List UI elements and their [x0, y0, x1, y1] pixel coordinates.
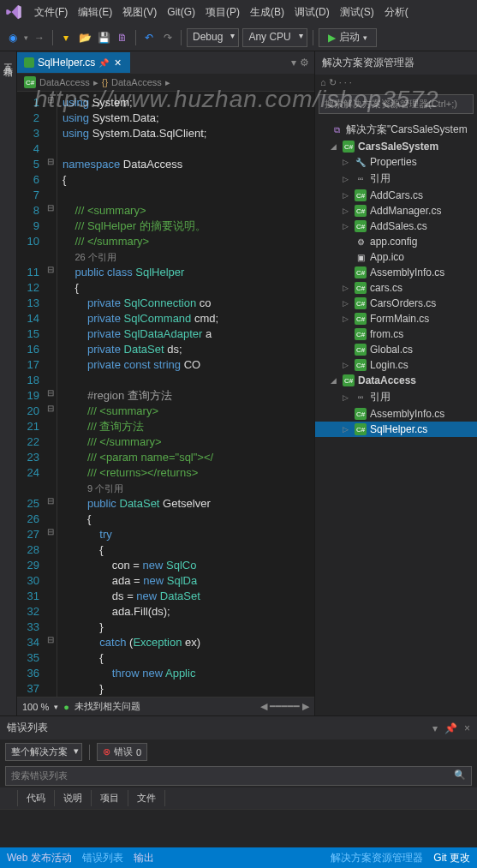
tree-node[interactable]: ▣App.ico — [315, 249, 477, 265]
line-gutter: 1234567891011121314151617181920212223242… — [17, 92, 45, 697]
error-search[interactable]: 搜索错误列表 🔍 — [5, 766, 472, 786]
tree-node[interactable]: C#from.cs — [315, 326, 477, 342]
start-debug-button[interactable]: ▶ 启动 ▾ — [319, 28, 377, 47]
dropdown-icon[interactable]: ▾ — [432, 722, 438, 734]
statusbar-tab[interactable]: 输出 — [134, 851, 154, 865]
nav-fwd-button[interactable]: → — [32, 30, 47, 45]
new-button[interactable]: ▾ — [58, 30, 74, 45]
file-tab[interactable]: SqlHelper.cs 📌 × — [17, 52, 130, 73]
toolbar: ◉▾ → ▾ 📂 💾 🗎 ↶ ↷ Debug Any CPU ▶ 启动 ▾ — [0, 24, 477, 51]
code-editor[interactable]: 1234567891011121314151617181920212223242… — [17, 92, 314, 697]
error-x-icon: ⊗ — [103, 746, 110, 757]
editor-area: SqlHelper.cs 📌 × ▾ ⚙ C# DataAccess ▸ {} … — [17, 51, 314, 715]
search-icon: 🔍 — [454, 769, 466, 782]
tree-node[interactable]: ▷C#Login.cs — [315, 357, 477, 373]
menu-debug[interactable]: 调试(D) — [289, 3, 335, 22]
csharp-icon: C# — [24, 76, 36, 88]
statusbar: Web 发布活动错误列表输出 解决方案资源管理器Git 更改 — [0, 847, 477, 868]
error-scope-dropdown[interactable]: 整个解决方案 — [5, 743, 82, 761]
play-icon: ▶ — [328, 32, 336, 44]
menu-edit[interactable]: 编辑(E) — [73, 3, 117, 22]
gear-icon[interactable]: ⚙ — [300, 57, 309, 69]
error-list-panel: 错误列表 ▾ 📌 × 整个解决方案 ⊗ 错误 0 搜索错误列表 🔍 代码说明项目… — [0, 715, 477, 859]
editor-breadcrumb[interactable]: C# DataAccess ▸ {} DataAccess ▸ — [17, 74, 314, 92]
menu-build[interactable]: 生成(B) — [245, 3, 289, 22]
close-icon[interactable]: × — [464, 722, 470, 734]
tree-node[interactable]: ⧉解决方案"CarsSaleSystem — [315, 121, 477, 139]
menu-git[interactable]: Git(G) — [162, 3, 200, 21]
tree-node[interactable]: ▷C#cars.cs — [315, 280, 477, 296]
pin-icon[interactable]: 📌 — [444, 722, 457, 734]
statusbar-tab[interactable]: Web 发布活动 — [7, 851, 72, 865]
errors-filter[interactable]: ⊗ 错误 0 — [97, 743, 147, 761]
tree-node[interactable]: ◢C#DataAccess — [315, 373, 477, 388]
solution-tree[interactable]: ⧉解决方案"CarsSaleSystem◢C#CarsSaleSystem▷🔧P… — [315, 117, 477, 715]
explorer-toolbar: ⌂ ↻ ··· — [315, 75, 477, 91]
menu-file[interactable]: 文件(F) — [29, 3, 73, 22]
tree-node[interactable]: ▷C#AddManager.cs — [315, 203, 477, 218]
check-icon: ● — [63, 702, 69, 712]
explorer-search[interactable]: 搜索解决方案资源管理器(Ctrl+;) — [319, 94, 474, 114]
breadcrumb-ns: DataAccess — [39, 77, 90, 87]
save-all-button[interactable]: 🗎 — [115, 30, 130, 45]
statusbar-tab[interactable]: Git 更改 — [433, 851, 470, 865]
menu-project[interactable]: 项目(P) — [200, 3, 245, 22]
platform-dropdown[interactable]: Any CPU — [242, 28, 307, 47]
document-tabs: SqlHelper.cs 📌 × ▾ ⚙ — [17, 51, 314, 74]
solution-explorer: 解决方案资源管理器 ⌂ ↻ ··· 搜索解决方案资源管理器(Ctrl+;) ⧉解… — [314, 51, 477, 715]
config-dropdown[interactable]: Debug — [187, 28, 239, 47]
open-button[interactable]: 📂 — [77, 30, 92, 45]
tree-node[interactable]: ◢C#CarsSaleSystem — [315, 139, 477, 154]
csharp-file-icon — [24, 57, 34, 68]
left-sidebar: 工具箱 — [0, 51, 17, 715]
statusbar-tab[interactable]: 解决方案资源管理器 — [331, 851, 423, 865]
tree-node[interactable]: ▷C#AddSales.cs — [315, 218, 477, 234]
tab-overflow-icon[interactable]: ▾ — [291, 57, 296, 69]
errors-label: 错误 — [114, 745, 133, 758]
pin-icon[interactable]: 📌 — [98, 58, 109, 68]
undo-button[interactable]: ↶ — [141, 30, 157, 45]
tree-node[interactable]: C#Global.cs — [315, 342, 477, 357]
tree-node[interactable]: C#AssemblyInfo.cs — [315, 265, 477, 280]
start-label: 启动 — [339, 30, 360, 45]
fold-column[interactable]: ⊟⊟⊟⊟⊟⊟⊟⊟⊟ — [45, 92, 57, 697]
tab-filename: SqlHelper.cs — [38, 57, 95, 69]
refresh-icon[interactable]: ↻ — [329, 77, 337, 88]
save-button[interactable]: 💾 — [96, 30, 111, 45]
issues-label: 未找到相关问题 — [75, 700, 140, 713]
tree-node[interactable]: ▷▫▫引用 — [315, 170, 477, 188]
error-columns: 代码说明项目文件 — [0, 787, 477, 810]
tree-node[interactable]: ▷C#AddCars.cs — [315, 188, 477, 203]
statusbar-tab[interactable]: 错误列表 — [82, 851, 123, 865]
close-tab-button[interactable]: × — [112, 56, 122, 69]
error-list-title: 错误列表 — [7, 721, 48, 735]
tree-node[interactable]: ▷🔧Properties — [315, 154, 477, 170]
home-icon[interactable]: ⌂ — [320, 77, 326, 88]
tree-node[interactable]: ⚙app.config — [315, 234, 477, 249]
tree-node[interactable]: ▷C#CarsOrders.cs — [315, 296, 477, 311]
tree-node[interactable]: ▷C#FormMain.cs — [315, 311, 477, 326]
menu-analyze[interactable]: 分析( — [379, 3, 414, 22]
tree-node[interactable]: ▷▫▫引用 — [315, 388, 477, 406]
menubar: 文件(F) 编辑(E) 视图(V) Git(G) 项目(P) 生成(B) 调试(… — [0, 0, 477, 24]
zoom-level[interactable]: 100 % — [22, 702, 49, 712]
breadcrumb-class: DataAccess — [111, 77, 162, 87]
explorer-title: 解决方案资源管理器 — [315, 51, 477, 75]
editor-statusbar: 100 % ▾ ● 未找到相关问题 ◀ ━━━━━ ▶ — [17, 697, 314, 715]
errors-count: 0 — [136, 747, 141, 757]
tree-node[interactable]: C#AssemblyInfo.cs — [315, 406, 477, 422]
tree-node[interactable]: ▷C#SqlHelper.cs — [315, 422, 477, 437]
menu-test[interactable]: 测试(S) — [335, 3, 379, 22]
menu-view[interactable]: 视图(V) — [117, 3, 162, 22]
toolbox-tab[interactable]: 工具箱 — [0, 51, 16, 67]
visual-studio-icon — [5, 3, 22, 21]
redo-button[interactable]: ↷ — [160, 30, 176, 45]
nav-back-button[interactable]: ◉ — [5, 30, 21, 45]
code-content[interactable]: using System;using System.Data;using Sys… — [57, 92, 314, 697]
